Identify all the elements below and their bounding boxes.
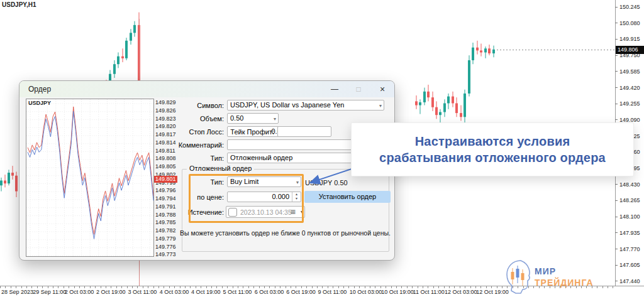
- chevron-down-icon: ▾: [274, 114, 276, 124]
- maximize-button[interactable]: □: [349, 83, 368, 95]
- mini-scale-label: 149.811: [155, 148, 175, 154]
- mini-scale-label: 149.782: [155, 227, 176, 234]
- price-axis-label: 147.605: [619, 262, 640, 268]
- logo-text-line2: ТРЕЙДИНГА: [535, 277, 594, 288]
- expiry-datetime-field[interactable]: 2023.10.13 04:35 ▦ ▾: [226, 206, 305, 218]
- price-axis-tick: [615, 232, 618, 233]
- time-axis-label: 4 Oct 19:00: [191, 289, 221, 295]
- price-axis-tick: [615, 87, 618, 88]
- place-order-button[interactable]: Установить ордер: [304, 191, 391, 203]
- mini-scale-label: 149.785: [155, 219, 176, 225]
- time-axis-label: 12 Oct 03:00: [445, 289, 477, 295]
- spin-down-icon[interactable]: ▾: [292, 197, 301, 201]
- time-axis-label: 3 Oct 11:00: [128, 289, 157, 295]
- price-axis-tick: [615, 217, 618, 217]
- time-axis-label: 11 Oct 11:00: [413, 289, 445, 295]
- chart-symbol-period: USDJPY,H1: [2, 1, 36, 8]
- annotation-callout: Настраиваются условия срабатывания отлож…: [351, 122, 634, 176]
- price-axis-label: 150.245: [619, 4, 640, 10]
- mini-chart-symbol: USDJPY: [28, 100, 51, 106]
- chevron-down-icon[interactable]: ▾: [301, 209, 303, 215]
- order-summary: USDJPY 0.50: [305, 179, 348, 186]
- price-axis-label: 147.770: [619, 246, 640, 252]
- time-axis-label: 10 Oct 03:00: [350, 289, 382, 295]
- price-axis-tick: [615, 7, 618, 8]
- price-axis-tick: [615, 23, 618, 23]
- volume-select[interactable]: 0.50 ▾: [227, 113, 279, 124]
- expiry-value: 2023.10.13 04:35: [240, 208, 292, 216]
- mini-scale-label: 149.808: [155, 155, 176, 161]
- chevron-down-icon: ▾: [379, 101, 382, 111]
- order-type-label: Тип:: [133, 154, 224, 162]
- chevron-down-icon: ▾: [296, 178, 299, 187]
- order-dialog: Ордер — □ × USDJPY Символ: USDJPY, US Do…: [19, 80, 395, 261]
- price-axis-label: 149.915: [619, 36, 640, 42]
- mini-scale-label: 149.788: [155, 212, 176, 218]
- mir-trading-logo: МИР ТРЕЙДИНГА: [502, 258, 621, 294]
- time-axis-label: 28 Sep 2023: [1, 289, 33, 295]
- mini-scale-label: 149.796: [155, 187, 176, 193]
- time-axis-label: 29 Sep 11:00: [33, 289, 66, 295]
- mini-scale-label: 149.791: [155, 203, 176, 210]
- mini-scale-label: 149.823: [155, 116, 176, 122]
- mini-scale-label: 149.820: [155, 123, 176, 129]
- pending-order-group-label: Отложенный ордер: [187, 165, 254, 172]
- close-button[interactable]: ×: [373, 83, 392, 95]
- takeprofit-input[interactable]: [277, 126, 331, 137]
- calendar-icon: ▦: [290, 208, 296, 215]
- mini-chart-ask-tag: 149.801: [154, 176, 177, 183]
- time-axis-label: 2 Oct 03:00: [65, 289, 94, 295]
- price-axis-tick: [615, 249, 618, 249]
- app-window: USDJPY,H1 150.245150.080149.915149.75014…: [0, 0, 644, 297]
- annotation-line-1: Настраиваются условия: [415, 133, 570, 149]
- price-axis-tick: [615, 184, 618, 185]
- price-axis-tick: [615, 55, 618, 56]
- time-axis-label: 6 Oct 03:00: [255, 289, 284, 295]
- logo-candles: [511, 266, 525, 286]
- pending-price-input[interactable]: 0.000 ▴ ▾: [227, 192, 301, 202]
- volume-label: Объем:: [133, 115, 224, 122]
- price-axis-tick: [615, 71, 618, 72]
- price-axis-label: 149.420: [619, 85, 640, 91]
- current-price-tag: 149.806: [616, 46, 644, 54]
- pending-type-label: Тип:: [133, 178, 224, 186]
- symbol-select[interactable]: USDJPY, US Dollar vs Japanese Yen ▾: [227, 100, 384, 111]
- mini-scale-label: 149.814: [155, 139, 176, 146]
- pending-price-label: по цене:: [133, 193, 224, 201]
- takeprofit-label: Тейк Профит:: [183, 128, 274, 136]
- minimize-button[interactable]: —: [325, 83, 344, 95]
- price-axis-tick: [615, 104, 618, 104]
- comment-label: Комментарий:: [133, 141, 224, 149]
- mini-scale-label: 149.817: [155, 131, 176, 138]
- time-axis-label: 10 Oct 19:00: [381, 289, 414, 295]
- pending-price-spinner[interactable]: ▴ ▾: [292, 192, 301, 202]
- mini-scale-label: 149.829: [155, 99, 176, 105]
- price-axis-label: 147.440: [619, 278, 640, 284]
- price-axis-label: 148.430: [619, 181, 640, 188]
- logo-text-line1: МИР: [535, 266, 556, 276]
- pending-type-select[interactable]: Buy Limit ▾: [227, 176, 301, 187]
- price-axis-label: 148.100: [619, 213, 640, 220]
- mini-scale-label: 149.805: [155, 163, 176, 170]
- price-axis-tick: [615, 39, 618, 40]
- mini-scale-label: 149.773: [155, 251, 176, 257]
- mini-scale-label: 149.794: [155, 195, 176, 202]
- price-axis-label: 149.255: [619, 100, 640, 107]
- time-axis-label: 9 Oct 11:00: [318, 289, 347, 295]
- price-axis-label: 147.935: [619, 230, 640, 236]
- mini-scale-label: 149.779: [155, 235, 176, 242]
- symbol-label: Символ:: [133, 102, 224, 109]
- time-axis-label: 5 Oct 11:00: [223, 289, 252, 295]
- time-axis-label: 6 Oct 19:00: [286, 289, 316, 295]
- expiry-label: Истечение:: [133, 208, 224, 216]
- price-axis-label: 150.080: [619, 20, 640, 26]
- time-axis-label: 2 Oct 19:00: [96, 289, 126, 295]
- price-axis-label: 149.585: [619, 68, 640, 75]
- dialog-title: Ордер: [28, 85, 51, 94]
- annotation-line-2: срабатывания отложенного ордера: [379, 149, 606, 166]
- time-axis-label: 4 Oct 03:00: [160, 289, 189, 295]
- expiry-checkbox[interactable]: [228, 208, 237, 217]
- spin-up-icon[interactable]: ▴: [292, 192, 301, 197]
- price-axis-tick: [615, 119, 618, 120]
- price-axis-tick: [615, 200, 618, 201]
